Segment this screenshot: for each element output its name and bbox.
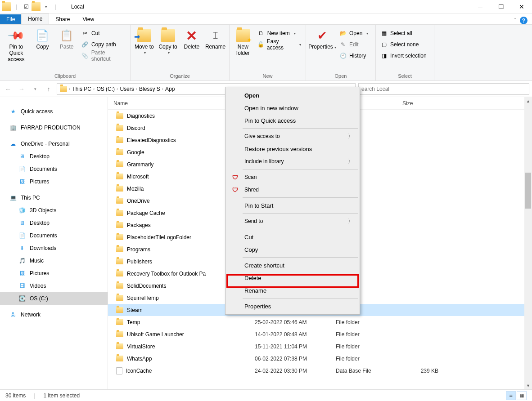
help-icon[interactable]: ? bbox=[520, 17, 527, 24]
ctx-delete[interactable]: Delete bbox=[226, 272, 359, 284]
view-details-button[interactable]: ≣ bbox=[506, 391, 516, 400]
copy-path-button[interactable]: 🔗Copy path bbox=[80, 40, 127, 49]
minimize-button[interactable]: ─ bbox=[470, 0, 491, 13]
nav-this-pc[interactable]: 💻This PC bbox=[0, 192, 108, 204]
new-item-icon: 🗋 bbox=[257, 30, 265, 37]
ctx-pin-quick-access[interactable]: Pin to Quick access bbox=[226, 114, 359, 127]
maximize-button[interactable]: ☐ bbox=[491, 0, 511, 13]
move-to-button[interactable]: ➡ Move to bbox=[133, 27, 155, 55]
nav-downloads[interactable]: ⬇Downloads bbox=[0, 242, 108, 254]
easy-access-button[interactable]: 🔓Easy access bbox=[256, 40, 303, 49]
file-row[interactable]: WhatsApp06-02-2022 07:38 PMFile folder bbox=[108, 352, 532, 365]
tab-view[interactable]: View bbox=[76, 14, 100, 24]
ctx-properties[interactable]: Properties bbox=[226, 300, 359, 312]
nav-os-drive[interactable]: 💽OS (C:) bbox=[0, 292, 108, 305]
history-button[interactable]: 🕘History bbox=[338, 51, 370, 61]
back-button[interactable]: ← bbox=[3, 84, 14, 94]
breadcrumb[interactable]: Blessy S› bbox=[139, 86, 163, 92]
ctx-restore-previous[interactable]: Restore previous versions bbox=[226, 143, 359, 155]
ctx-pin-to-start[interactable]: Pin to Start bbox=[226, 199, 359, 212]
file-name: ElevatedDiagnostics bbox=[127, 137, 176, 143]
ribbon-group-new: ✦ New folder 🗋New item 🔓Easy access New bbox=[230, 25, 306, 80]
cut-button[interactable]: ✂Cut bbox=[80, 28, 127, 38]
select-none-button[interactable]: ▢Select none bbox=[379, 40, 428, 49]
select-all-button[interactable]: ▦Select all bbox=[379, 28, 428, 38]
pictures-icon: 🖼 bbox=[18, 269, 26, 277]
ctx-copy[interactable]: Copy bbox=[226, 243, 359, 256]
copy-to-button[interactable]: Copy to bbox=[157, 27, 179, 55]
nav-onedrive-documents[interactable]: 📄Documents bbox=[0, 163, 108, 175]
copy-label: Copy bbox=[36, 44, 49, 50]
folder-icon bbox=[116, 234, 123, 240]
new-folder-button[interactable]: ✦ New folder bbox=[232, 27, 254, 56]
rename-button[interactable]: 𝙸 Rename bbox=[204, 27, 226, 50]
breadcrumb[interactable]: Users› bbox=[120, 86, 137, 92]
ctx-cut[interactable]: Cut bbox=[226, 231, 359, 243]
ctx-shred[interactable]: 🛡Shred bbox=[226, 183, 359, 196]
breadcrumb[interactable]: This PC› bbox=[72, 86, 95, 92]
nav-network[interactable]: 🖧Network bbox=[0, 308, 108, 321]
file-name: SolidDocuments bbox=[127, 283, 166, 289]
group-label-select: Select bbox=[379, 73, 431, 80]
file-row[interactable]: Temp25-02-2022 05:46 AMFile folder bbox=[108, 316, 532, 328]
up-button[interactable]: ↑ bbox=[43, 84, 54, 94]
folder-icon bbox=[116, 295, 123, 301]
ctx-open[interactable]: Open bbox=[226, 89, 359, 102]
open-button[interactable]: 📂Open bbox=[338, 28, 370, 38]
column-header-size[interactable]: Size bbox=[402, 100, 447, 107]
ctx-rename[interactable]: Rename bbox=[226, 284, 359, 297]
new-item-button[interactable]: 🗋New item bbox=[256, 28, 303, 38]
checkbox-icon[interactable]: ☑ bbox=[22, 2, 31, 11]
scroll-down-button[interactable]: ▼ bbox=[524, 382, 532, 389]
forward-button[interactable]: → bbox=[16, 84, 27, 94]
paste-button[interactable]: 📋 Paste bbox=[55, 27, 78, 50]
scrollbar-thumb[interactable] bbox=[525, 173, 531, 209]
edit-button[interactable]: ✎Edit bbox=[338, 40, 370, 49]
file-row[interactable]: Ubisoft Game Launcher14-01-2022 08:48 AM… bbox=[108, 328, 532, 340]
file-row[interactable]: IconCache24-02-2022 03:30 PMData Base Fi… bbox=[108, 365, 532, 377]
tab-share[interactable]: Share bbox=[49, 14, 76, 24]
nav-music[interactable]: 🎵Music bbox=[0, 254, 108, 267]
view-large-icons-button[interactable]: ▦ bbox=[517, 391, 527, 400]
nav-pictures[interactable]: 🖼Pictures bbox=[0, 267, 108, 280]
tab-file[interactable]: File bbox=[0, 14, 21, 24]
ctx-send-to[interactable]: Send to〉 bbox=[226, 215, 359, 227]
breadcrumb[interactable]: App bbox=[165, 86, 175, 92]
nav-3d-objects[interactable]: 🧊3D Objects bbox=[0, 204, 108, 217]
search-input[interactable]: earch Local bbox=[358, 83, 529, 95]
nav-onedrive-pictures[interactable]: 🖼Pictures bbox=[0, 175, 108, 188]
nav-onedrive-desktop[interactable]: 🖥Desktop bbox=[0, 150, 108, 163]
close-button[interactable]: ✕ bbox=[511, 0, 532, 13]
nav-documents[interactable]: 📄Documents bbox=[0, 229, 108, 242]
file-row[interactable]: VirtualStore15-11-2021 11:04 PMFile fold… bbox=[108, 340, 532, 352]
ctx-include-in-library[interactable]: Include in library〉 bbox=[226, 155, 359, 168]
ctx-give-access-to[interactable]: Give access to〉 bbox=[226, 130, 359, 143]
shield-icon: 🛡 bbox=[231, 173, 239, 181]
ribbon-group-clipboard: 📌 Pin to Quick access 📄 Copy 📋 Paste ✂Cu… bbox=[0, 25, 131, 80]
nav-videos[interactable]: 🎞Videos bbox=[0, 280, 108, 292]
copy-button[interactable]: 📄 Copy bbox=[32, 27, 54, 50]
scroll-up-button[interactable]: ▲ bbox=[524, 97, 532, 105]
pin-to-quick-access-button[interactable]: 📌 Pin to Quick access bbox=[3, 27, 30, 62]
window-title: Local bbox=[71, 4, 84, 10]
nav-onedrive[interactable]: ☁OneDrive - Personal bbox=[0, 138, 108, 150]
invert-selection-button[interactable]: ◨Invert selection bbox=[379, 51, 428, 61]
nav-quick-access[interactable]: ★Quick access bbox=[0, 105, 108, 118]
rename-icon: 𝙸 bbox=[208, 28, 223, 43]
ctx-scan[interactable]: 🛡Scan bbox=[226, 171, 359, 183]
properties-button[interactable]: ✔ Properties bbox=[309, 27, 336, 50]
ctx-create-shortcut[interactable]: Create shortcut bbox=[226, 259, 359, 272]
ctx-open-new-window[interactable]: Open in new window bbox=[226, 102, 359, 114]
ribbon-group-organize: ➡ Move to Copy to ✕ Delete 𝙸 Rename Orga… bbox=[131, 25, 230, 80]
breadcrumb[interactable]: OS (C:)› bbox=[96, 86, 118, 92]
collapse-ribbon-icon[interactable]: ˆ bbox=[514, 18, 516, 24]
folder-icon bbox=[116, 161, 123, 167]
recent-locations-button[interactable]: ▾ bbox=[30, 84, 41, 94]
vertical-scrollbar[interactable]: ▲ ▼ bbox=[524, 97, 532, 389]
qat-dropdown-icon[interactable]: ▾ bbox=[41, 2, 50, 11]
paste-shortcut-button[interactable]: 📎Paste shortcut bbox=[80, 51, 127, 61]
delete-button[interactable]: ✕ Delete bbox=[181, 27, 203, 50]
nav-farrad[interactable]: 🏢FARRAD PRODUCTION bbox=[0, 121, 108, 134]
tab-home[interactable]: Home bbox=[21, 13, 49, 24]
nav-desktop[interactable]: 🖥Desktop bbox=[0, 217, 108, 229]
